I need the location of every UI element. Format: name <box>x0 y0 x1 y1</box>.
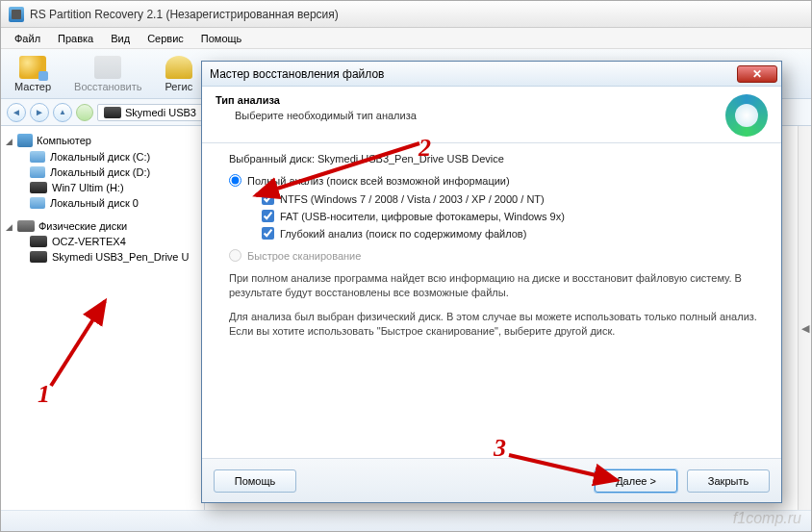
master-label: Мастер <box>14 81 51 92</box>
disk-icon <box>30 166 45 178</box>
tree-item-disk[interactable]: OCZ-VERTEX4 <box>5 234 200 249</box>
menubar: Файл Правка Вид Сервис Помощь <box>1 28 811 49</box>
tree-panel: ◢ Компьютер Локальный диск (C:) Локальны… <box>1 126 205 531</box>
statusbar <box>1 510 811 531</box>
checkbox-fat[interactable]: FAT (USB-носители, цифровые фотокамеры, … <box>262 210 764 222</box>
checkbox-deep[interactable]: Глубокий анализ (поиск по содержимому фа… <box>262 227 764 240</box>
register-label: Региc <box>165 81 193 92</box>
menu-view[interactable]: Вид <box>103 31 138 46</box>
disk-icon <box>30 182 47 193</box>
watermark: f1comp.ru <box>733 510 801 527</box>
menu-edit[interactable]: Правка <box>50 31 101 46</box>
up-button[interactable]: ▲ <box>53 103 72 122</box>
disk-icon <box>30 151 45 163</box>
collapse-icon[interactable]: ◢ <box>5 222 13 231</box>
menu-service[interactable]: Сервис <box>140 31 191 46</box>
hdd-icon <box>30 236 47 247</box>
tree-item-volume[interactable]: Локальный диск 0 <box>5 195 200 211</box>
info-text-1: При полном анализе программа найдет всю … <box>229 271 764 300</box>
physical-disks-icon <box>17 220 35 232</box>
wizard-logo-icon <box>725 94 768 137</box>
close-button[interactable]: ✕ <box>737 65 777 83</box>
close-dialog-button[interactable]: Закрыть <box>687 469 770 493</box>
tree-computer-label: Компьютер <box>37 135 91 146</box>
master-button[interactable]: Мастер <box>9 54 57 94</box>
register-button[interactable]: Региc <box>160 54 199 94</box>
forward-button[interactable]: ► <box>30 103 49 122</box>
register-icon <box>165 56 192 79</box>
window-title: RS Partition Recovery 2.1 (Незарегистрир… <box>30 8 339 21</box>
radio-full-analysis[interactable]: Полный анализ (поиск всей возможной инфо… <box>229 174 764 187</box>
help-button[interactable]: Помощь <box>214 469 296 493</box>
refresh-button[interactable] <box>76 104 93 121</box>
radio-quick-input <box>229 249 241 262</box>
side-tab[interactable]: ◀ <box>798 126 811 531</box>
collapse-icon[interactable]: ◢ <box>5 137 13 145</box>
dialog-header: Тип анализа Выберите необходимый тип ана… <box>202 87 781 143</box>
hdd-icon <box>30 251 47 263</box>
dialog-button-bar: Помощь Далее > Закрыть <box>202 458 781 502</box>
tree-physical-label: Физические диски <box>38 220 127 232</box>
restore-label: Восстановить <box>74 81 141 92</box>
next-button[interactable]: Далее > <box>595 469 677 493</box>
window-titlebar: RS Partition Recovery 2.1 (Незарегистрир… <box>1 1 811 28</box>
checkbox-ntfs[interactable]: NTFS (Windows 7 / 2008 / Vista / 2003 / … <box>262 192 764 205</box>
drive-icon <box>104 107 121 118</box>
wizard-icon <box>19 56 46 79</box>
wizard-dialog: Мастер восстановления файлов ✕ Тип анали… <box>201 61 782 503</box>
dialog-title: Мастер восстановления файлов <box>210 67 384 81</box>
selected-disk-value: Skymedi USB3_Pen_Drive USB Device <box>317 153 504 165</box>
radio-quick-scan: Быстрое сканирование <box>229 249 764 262</box>
disk-icon <box>30 197 45 209</box>
restore-button[interactable]: Восстановить <box>68 54 147 94</box>
info-text-2: Для анализа был выбран физический диск. … <box>229 310 764 339</box>
dialog-titlebar: Мастер восстановления файлов ✕ <box>202 62 781 87</box>
computer-icon <box>17 134 33 147</box>
tree-item-disk-selected[interactable]: Skymedi USB3_Pen_Drive U <box>5 249 200 265</box>
menu-help[interactable]: Помощь <box>193 31 250 46</box>
tree-computer[interactable]: ◢ Компьютер <box>5 132 200 149</box>
address-bar[interactable]: Skymedi USB3 <box>97 104 203 121</box>
radio-full-input[interactable] <box>229 174 241 187</box>
address-text: Skymedi USB3 <box>125 107 196 118</box>
back-button[interactable]: ◄ <box>7 103 26 122</box>
restore-icon <box>94 56 121 79</box>
menu-file[interactable]: Файл <box>7 31 48 46</box>
app-icon <box>9 7 24 22</box>
tree-item-volume[interactable]: Win7 Ultim (H:) <box>5 180 200 195</box>
tree-item-volume[interactable]: Локальный диск (C:) <box>5 149 200 165</box>
tree-item-volume[interactable]: Локальный диск (D:) <box>5 165 200 180</box>
selected-disk-line: Выбранный диск: Skymedi USB3_Pen_Drive U… <box>229 153 764 165</box>
dialog-subheading: Выберите необходимый тип анализа <box>216 110 417 121</box>
tree-physical[interactable]: ◢ Физические диски <box>5 218 200 234</box>
dialog-heading: Тип анализа <box>216 94 417 106</box>
